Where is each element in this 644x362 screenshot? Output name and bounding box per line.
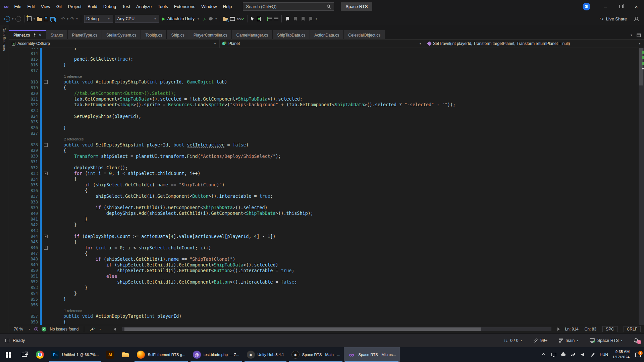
line-number[interactable]: 832 <box>9 166 40 170</box>
line-number[interactable]: 854 <box>9 291 40 296</box>
line-number[interactable]: 813 <box>9 48 40 50</box>
line-number[interactable]: 834 <box>9 177 40 182</box>
restore-button[interactable] <box>613 0 629 13</box>
code-line[interactable]: 1 reference <box>9 73 644 79</box>
language-indicator[interactable]: HUN <box>600 353 608 357</box>
previous-bookmark-button[interactable] <box>291 14 299 23</box>
code-line[interactable]: 822 tab.GetComponent<Image>().sprite = R… <box>9 102 644 108</box>
code-line[interactable]: 825 <box>9 119 644 125</box>
line-number[interactable]: 847 <box>9 251 40 256</box>
line-number[interactable]: 828 <box>9 142 40 147</box>
navigate-back-button[interactable]: ← <box>3 14 11 23</box>
taskbar-app[interactable] <box>32 347 48 362</box>
editor-tab[interactable]: Tooltip.cs × <box>141 30 166 39</box>
window-layout-icon[interactable] <box>637 34 641 37</box>
editor-tab[interactable]: Ship.cs × <box>167 30 189 39</box>
chevron-down-icon[interactable]: ▾ <box>98 328 102 331</box>
line-number[interactable]: 856 <box>9 303 40 307</box>
line-number[interactable]: 819 <box>9 85 40 90</box>
code-line[interactable]: 843 <box>9 228 644 234</box>
line-number[interactable]: 815 <box>9 57 40 62</box>
code-line[interactable]: 853 } <box>9 285 644 291</box>
line-number[interactable]: 825 <box>9 120 40 124</box>
line-number[interactable]: 840 <box>9 211 40 216</box>
new-project-button[interactable] <box>26 14 33 23</box>
spaces-indicator[interactable]: SPC <box>602 326 618 332</box>
onedrive-tray-icon[interactable] <box>561 352 566 357</box>
line-ending-indicator[interactable]: CRLF <box>624 326 641 332</box>
code-line[interactable]: 815 panel.SetActive(true); <box>9 56 644 62</box>
code-line[interactable]: 841 } <box>9 216 644 222</box>
taskbar-app[interactable]: SciFi themed RTS g... <box>133 347 189 362</box>
menu-item[interactable]: Git <box>53 0 65 13</box>
display-tray-icon[interactable] <box>551 352 556 357</box>
line-number[interactable]: 849 <box>9 262 40 267</box>
taskbar-app[interactable] <box>102 347 118 362</box>
code-line[interactable]: 814 <box>9 51 644 56</box>
tab-list-chevron-icon[interactable]: ▾ <box>630 33 633 37</box>
zoom-dropdown[interactable]: 70 % ▾ <box>14 327 31 331</box>
codelens-references[interactable]: 1 reference <box>49 74 82 78</box>
line-number[interactable]: 829 <box>9 148 40 153</box>
taskbar-clock[interactable]: 9:35 AM 1/17/2024 <box>612 349 630 360</box>
save-button[interactable] <box>43 14 49 23</box>
code-line[interactable]: 846− for (int i = 0; i < shipSelect.chil… <box>9 245 644 251</box>
code-line[interactable]: 813 } <box>9 48 644 51</box>
line-number[interactable]: 837 <box>9 194 40 199</box>
code-line[interactable]: 832 deployShips.Clear(); <box>9 165 644 171</box>
line-number[interactable]: 823 <box>9 108 40 113</box>
editor-tab[interactable]: GameManager.cs × <box>232 30 272 39</box>
editor-tab[interactable]: StellarSystem.cs × <box>102 30 141 39</box>
code-line[interactable]: 855 } <box>9 296 644 302</box>
start-button[interactable] <box>0 347 16 362</box>
line-number[interactable]: 820 <box>9 91 40 96</box>
chevron-down-icon[interactable]: ▾ <box>66 17 69 20</box>
code-line[interactable]: 852 shipSelect.GetChild(i).GetComponent<… <box>9 279 644 285</box>
repository-button[interactable]: Space RTS ▴ <box>590 338 622 343</box>
line-number[interactable]: 818 <box>9 80 40 84</box>
windows-ink-tray-icon[interactable] <box>590 352 595 357</box>
editor-tab[interactable]: CelestialObject.cs × <box>344 30 385 39</box>
code-line[interactable]: 848 if (shipSelect.GetChild(i).name == "… <box>9 256 644 262</box>
line-number[interactable]: 846 <box>9 245 40 250</box>
open-file-button[interactable] <box>36 14 43 23</box>
configuration-dropdown[interactable]: Debug▾ <box>84 15 113 23</box>
line-number[interactable]: 830 <box>9 154 40 159</box>
fold-margin[interactable]: − <box>42 143 49 147</box>
line-number[interactable]: 822 <box>9 103 40 107</box>
line-number[interactable]: 836 <box>9 188 40 193</box>
action-center-button[interactable]: 1 <box>635 353 641 357</box>
menu-item[interactable]: Debug <box>100 0 119 13</box>
code-line[interactable]: 850 shipSelect.GetChild(i).GetComponent<… <box>9 268 644 274</box>
line-number[interactable]: 824 <box>9 114 40 119</box>
menu-item[interactable]: Analyze <box>133 0 155 13</box>
line-number[interactable]: 821 <box>9 97 40 102</box>
taskbar-app[interactable]: Space RTS - Main - ... <box>288 347 344 362</box>
data-sources-tab[interactable]: Data Sources <box>2 25 6 51</box>
clear-bookmarks-button[interactable] <box>307 14 315 23</box>
line-number[interactable]: 841 <box>9 217 40 222</box>
taskbar-app[interactable]: Unity Hub 3.4.1 <box>243 347 288 362</box>
code-line[interactable]: 849 if (shipSelect.GetChild(i).GetCompon… <box>9 262 644 268</box>
code-line[interactable]: 821 tab.GetComponent<ShipTabData>().sele… <box>9 96 644 102</box>
menu-item[interactable]: File <box>11 0 24 13</box>
code-line[interactable]: 844− if (deployShips.Count >= actionData… <box>9 234 644 239</box>
code-line[interactable]: 826 } <box>9 125 644 131</box>
line-number[interactable]: 848 <box>9 257 40 261</box>
toggle-bookmark-button[interactable] <box>284 14 291 23</box>
code-line[interactable]: 817 <box>9 68 644 73</box>
scroll-right-icon[interactable] <box>557 327 560 331</box>
chevron-down-icon[interactable]: ▾ <box>75 17 79 20</box>
chevron-down-icon[interactable]: ▾ <box>33 17 36 20</box>
solution-name-badge[interactable]: Space RTS <box>341 2 372 11</box>
pin-icon[interactable] <box>33 33 37 37</box>
vertical-scrollbar[interactable] <box>639 48 644 325</box>
command-window-button[interactable] <box>229 14 236 23</box>
code-line[interactable]: 851 else <box>9 274 644 279</box>
horizontal-scrollbar[interactable] <box>122 327 551 331</box>
close-button[interactable]: × <box>629 0 644 13</box>
line-number[interactable]: 855 <box>9 297 40 302</box>
type-dropdown[interactable]: Planet ▾ <box>220 40 425 48</box>
branch-button[interactable]: main ▴ <box>559 338 578 343</box>
line-number[interactable]: 845 <box>9 240 40 244</box>
